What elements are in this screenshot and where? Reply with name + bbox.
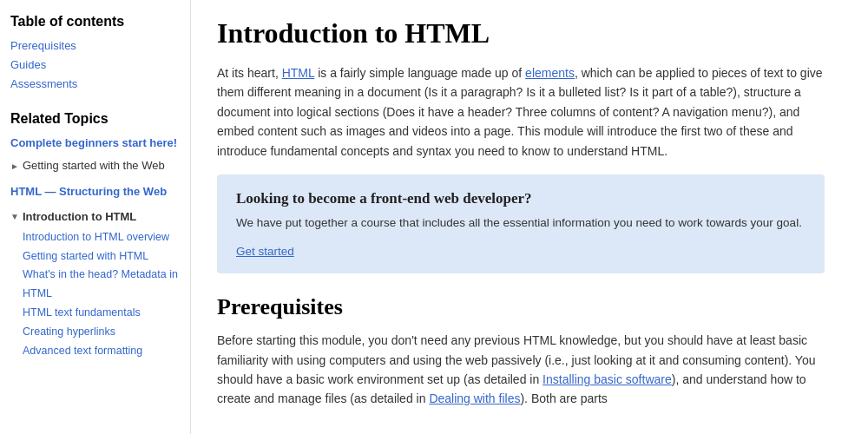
complete-beginners-link[interactable]: Complete beginners start here! (10, 134, 180, 153)
dealing-with-files-link[interactable]: Dealing with files (429, 391, 520, 405)
related-topics-title: Related Topics (10, 111, 180, 127)
html-structuring-label: HTML — Structuring the Web (10, 182, 167, 201)
toc-title: Table of contents (10, 14, 180, 30)
elements-link[interactable]: elements (525, 66, 575, 80)
toc-link-guides[interactable]: Guides (10, 56, 180, 75)
sub-links-container: Introduction to HTML overview Getting st… (10, 228, 180, 361)
toc-link-assessments[interactable]: Assessments (10, 75, 180, 94)
sidebar: Table of contents Prerequisites Guides A… (0, 0, 191, 434)
installing-software-link[interactable]: Installing basic software (542, 372, 672, 386)
intro-html-label: Introduction to HTML (23, 207, 136, 227)
html-link[interactable]: HTML (282, 66, 315, 80)
page-title: Introduction to HTML (217, 17, 842, 49)
html-structuring-item[interactable]: HTML — Structuring the Web (10, 182, 180, 201)
main-content: Introduction to HTML At its heart, HTML … (191, 0, 868, 434)
callout-body: We have put together a course that inclu… (236, 214, 806, 232)
related-topics-section: Related Topics Complete beginners start … (10, 111, 180, 361)
callout-title: Looking to become a front-end web develo… (236, 190, 806, 207)
toc-section: Table of contents Prerequisites Guides A… (10, 14, 180, 94)
prerequisites-text: Before starting this module, you don't n… (217, 331, 825, 409)
toc-link-prerequisites[interactable]: Prerequisites (10, 36, 180, 56)
intro-html-item[interactable]: ▼ Introduction to HTML (10, 207, 180, 227)
callout-get-started-link[interactable]: Get started (236, 245, 294, 258)
intro-arrow: ▼ (10, 209, 19, 224)
getting-started-item[interactable]: ► Getting started with the Web (10, 156, 180, 175)
sub-link-5[interactable]: Advanced text formatting (23, 342, 180, 361)
getting-started-arrow: ► (10, 159, 19, 174)
sub-link-0[interactable]: Introduction to HTML overview (23, 228, 180, 247)
sub-link-4[interactable]: Creating hyperlinks (23, 323, 180, 342)
sub-link-3[interactable]: HTML text fundamentals (23, 304, 180, 323)
sub-link-1[interactable]: Getting started with HTML (23, 247, 180, 266)
sub-link-2[interactable]: What's in the head? Metadata in HTML (23, 266, 180, 304)
intro-paragraph: At its heart, HTML is a fairly simple la… (217, 63, 825, 161)
getting-started-label: Getting started with the Web (23, 156, 165, 175)
callout-box: Looking to become a front-end web develo… (217, 174, 825, 273)
prerequisites-title: Prerequisites (217, 294, 842, 320)
